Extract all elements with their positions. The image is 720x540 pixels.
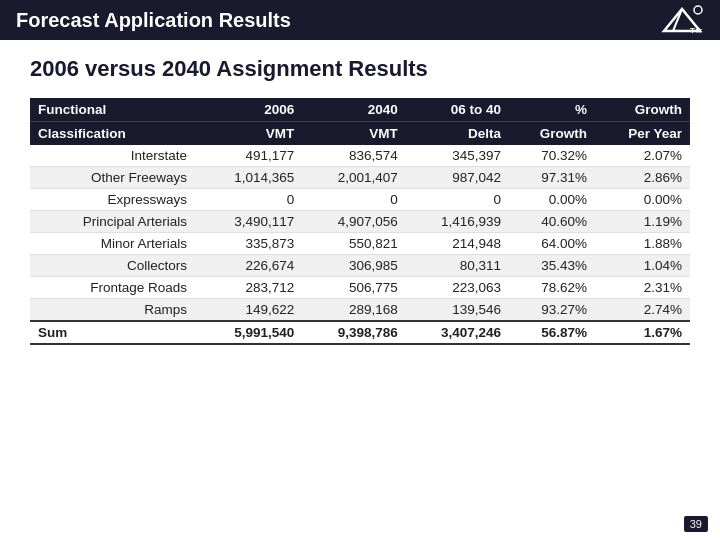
cell-2040: 306,985	[302, 255, 405, 277]
cell-2040: 506,775	[302, 277, 405, 299]
cell-growth: 2.07%	[595, 145, 690, 167]
cell-pct: 78.62%	[509, 277, 595, 299]
cell-pct: 0.00%	[509, 189, 595, 211]
cell-2006: 1,014,365	[199, 167, 302, 189]
col-subheader-growth: Growth	[509, 122, 595, 146]
content-area: 2006 versus 2040 Assignment Results Func…	[0, 40, 720, 355]
cell-label: Collectors	[30, 255, 199, 277]
cell-2006: 149,622	[199, 299, 302, 322]
cell-2006: 335,873	[199, 233, 302, 255]
cell-2040: 836,574	[302, 145, 405, 167]
cell-growth: 2.86%	[595, 167, 690, 189]
sum-2006: 5,991,540	[199, 321, 302, 344]
col-subheader-per-year: Per Year	[595, 122, 690, 146]
page-subtitle: 2006 versus 2040 Assignment Results	[30, 56, 690, 82]
results-table: Functional 2006 2040 06 to 40 % Growth C…	[30, 98, 690, 345]
cell-delta: 139,546	[406, 299, 509, 322]
col-header-delta: 06 to 40	[406, 98, 509, 122]
cell-pct: 97.31%	[509, 167, 595, 189]
col-header-pct: %	[509, 98, 595, 122]
cell-delta: 345,397	[406, 145, 509, 167]
cell-2040: 289,168	[302, 299, 405, 322]
cell-growth: 1.04%	[595, 255, 690, 277]
cell-2006: 491,177	[199, 145, 302, 167]
cell-delta: 1,416,939	[406, 211, 509, 233]
cell-delta: 987,042	[406, 167, 509, 189]
col-header-growth: Growth	[595, 98, 690, 122]
cell-2006: 0	[199, 189, 302, 211]
table-row: Interstate 491,177 836,574 345,397 70.32…	[30, 145, 690, 167]
cell-label: Expressways	[30, 189, 199, 211]
sum-delta: 3,407,246	[406, 321, 509, 344]
cell-growth: 2.74%	[595, 299, 690, 322]
sum-row: Sum 5,991,540 9,398,786 3,407,246 56.87%…	[30, 321, 690, 344]
cell-delta: 0	[406, 189, 509, 211]
cell-pct: 35.43%	[509, 255, 595, 277]
table-row: Other Freeways 1,014,365 2,001,407 987,0…	[30, 167, 690, 189]
cell-2006: 3,490,117	[199, 211, 302, 233]
cell-label: Frontage Roads	[30, 277, 199, 299]
svg-text:T★: T★	[690, 26, 703, 35]
table-header-row-1: Functional 2006 2040 06 to 40 % Growth	[30, 98, 690, 122]
cell-growth: 0.00%	[595, 189, 690, 211]
cell-pct: 70.32%	[509, 145, 595, 167]
header-bar: Forecast Application Results T★	[0, 0, 720, 40]
sum-2040: 9,398,786	[302, 321, 405, 344]
cell-growth: 2.31%	[595, 277, 690, 299]
table-row: Expressways 0 0 0 0.00% 0.00%	[30, 189, 690, 211]
cell-pct: 40.60%	[509, 211, 595, 233]
cell-pct: 93.27%	[509, 299, 595, 322]
table-row: Collectors 226,674 306,985 80,311 35.43%…	[30, 255, 690, 277]
col-subheader-vmt2006: VMT	[199, 122, 302, 146]
cell-label: Principal Arterials	[30, 211, 199, 233]
cell-2040: 2,001,407	[302, 167, 405, 189]
cell-2040: 4,907,056	[302, 211, 405, 233]
cell-delta: 223,063	[406, 277, 509, 299]
cell-2040: 0	[302, 189, 405, 211]
cell-pct: 64.00%	[509, 233, 595, 255]
table-row: Minor Arterials 335,873 550,821 214,948 …	[30, 233, 690, 255]
cell-growth: 1.88%	[595, 233, 690, 255]
cell-2006: 226,674	[199, 255, 302, 277]
sum-pct: 56.87%	[509, 321, 595, 344]
col-subheader-classification: Classification	[30, 122, 199, 146]
footer-page-number: 39	[684, 516, 708, 532]
table-row: Principal Arterials 3,490,117 4,907,056 …	[30, 211, 690, 233]
cell-label: Interstate	[30, 145, 199, 167]
col-header-2006: 2006	[199, 98, 302, 122]
logo-area: T★	[660, 5, 704, 35]
cell-growth: 1.19%	[595, 211, 690, 233]
cell-label: Other Freeways	[30, 167, 199, 189]
col-subheader-vmt2040: VMT	[302, 122, 405, 146]
col-header-2040: 2040	[302, 98, 405, 122]
sum-label: Sum	[30, 321, 199, 344]
logo-icon: T★	[660, 5, 704, 35]
table-row: Ramps 149,622 289,168 139,546 93.27% 2.7…	[30, 299, 690, 322]
cell-2006: 283,712	[199, 277, 302, 299]
table-header-row-2: Classification VMT VMT Delta Growth Per …	[30, 122, 690, 146]
cell-2040: 550,821	[302, 233, 405, 255]
col-subheader-delta: Delta	[406, 122, 509, 146]
cell-label: Minor Arterials	[30, 233, 199, 255]
col-header-functional: Functional	[30, 98, 199, 122]
table-row: Frontage Roads 283,712 506,775 223,063 7…	[30, 277, 690, 299]
cell-delta: 214,948	[406, 233, 509, 255]
cell-label: Ramps	[30, 299, 199, 322]
header-title: Forecast Application Results	[16, 9, 291, 32]
sum-growth: 1.67%	[595, 321, 690, 344]
cell-delta: 80,311	[406, 255, 509, 277]
